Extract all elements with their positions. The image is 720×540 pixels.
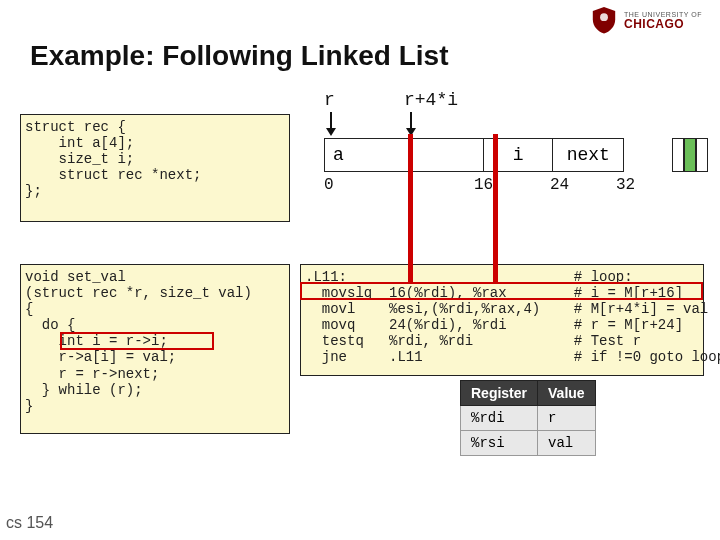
node-fragment — [672, 138, 684, 172]
node-fragment — [684, 138, 696, 172]
arrow-down-icon — [330, 112, 332, 134]
field-next: next — [553, 139, 623, 171]
offset-0: 0 — [324, 176, 334, 194]
table-row: %rdi r — [461, 406, 596, 431]
reg-cell: %rsi — [461, 431, 538, 456]
reg-cell: r — [538, 406, 596, 431]
pointer-r-label: r — [324, 90, 335, 110]
offset-32: 32 — [616, 176, 635, 194]
logo-line-2: CHICAGO — [624, 18, 702, 30]
struct-code: struct rec { int a[4]; size_t i; struct … — [20, 114, 290, 222]
logo-text: THE UNIVERSITY OF CHICAGO — [624, 11, 702, 30]
university-logo: THE UNIVERSITY OF CHICAGO — [590, 6, 702, 34]
record-box: a i next — [324, 138, 624, 172]
register-table: Register Value %rdi r %rsi val — [460, 380, 596, 456]
reg-header-value: Value — [538, 381, 596, 406]
footer-label: cs 154 — [6, 514, 53, 532]
svg-point-0 — [600, 13, 608, 21]
function-code: void set_val (struct rec *r, size_t val)… — [20, 264, 290, 434]
offset-24: 24 — [550, 176, 569, 194]
node-fragment — [696, 138, 708, 172]
memory-diagram: r r+4*i a i next 0 16 24 32 — [304, 90, 704, 220]
page-title: Example: Following Linked List — [30, 40, 448, 72]
offset-16: 16 — [474, 176, 493, 194]
assembly-code: .L11: # loop: movslq 16(%rdi), %rax # i … — [300, 264, 704, 376]
field-a: a — [325, 139, 484, 171]
field-i: i — [484, 139, 554, 171]
table-row: %rsi val — [461, 431, 596, 456]
reg-header-register: Register — [461, 381, 538, 406]
arrow-down-icon — [410, 112, 412, 134]
pointer-r4i-label: r+4*i — [404, 90, 458, 110]
reg-cell: val — [538, 431, 596, 456]
shield-icon — [590, 6, 618, 34]
reg-cell: %rdi — [461, 406, 538, 431]
